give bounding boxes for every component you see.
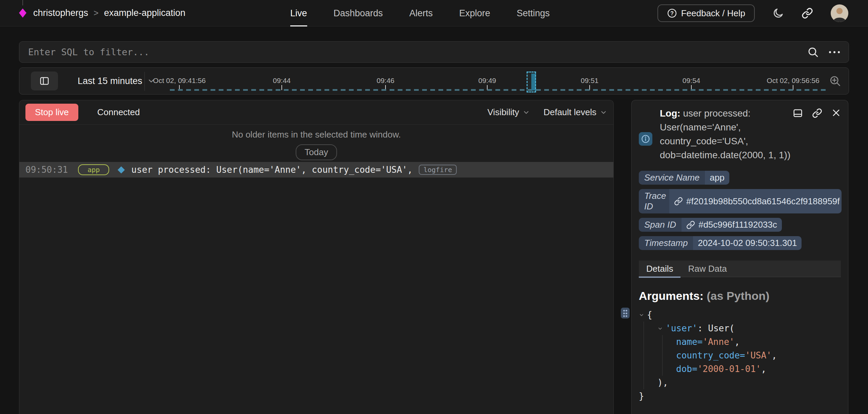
detail-tabs: Details Raw Data — [639, 261, 841, 277]
breadcrumb-separator: > — [94, 8, 99, 18]
timeline-area: Oct 02, 09:41:56 09:44 09:46 09:49 09:51… — [150, 68, 828, 94]
tick-label: 09:49 — [478, 77, 496, 85]
service-badge[interactable]: app — [78, 164, 109, 175]
detail-actions — [793, 108, 841, 118]
live-toolbar: Stop live Connected Visibility Default l… — [19, 100, 613, 125]
dark-mode-toggle[interactable] — [772, 7, 784, 19]
panel-resize-handle[interactable] — [621, 308, 630, 318]
tick-label: 09:54 — [683, 77, 701, 85]
trace-id-value[interactable]: #f2019b98b550cd8a61546c2f9188959f — [686, 196, 840, 207]
tick-label: Oct 02, 09:41:56 — [153, 77, 205, 85]
today-button[interactable]: Today — [296, 144, 337, 160]
brand: christophergs > example-application — [19, 8, 185, 18]
timestamp-chip: Timestamp 2024-10-02 09:50:31.301 — [639, 236, 802, 250]
connection-status: Connected — [97, 107, 140, 118]
link-icon[interactable] — [674, 197, 683, 206]
moon-icon — [772, 7, 784, 19]
panel-bottom-icon — [793, 108, 803, 118]
stop-live-button[interactable]: Stop live — [25, 104, 78, 121]
tab-raw-data[interactable]: Raw Data — [680, 261, 734, 277]
nav-tab-settings[interactable]: Settings — [517, 0, 550, 26]
sidebar-panel-icon — [39, 76, 50, 86]
detail-title: Log: user processed: User(name='Anne', c… — [660, 106, 793, 162]
timeline-selection-region[interactable] — [527, 71, 536, 92]
logfire-tag[interactable]: logfire — [419, 165, 457, 175]
code-line: 'user': User( — [657, 322, 841, 335]
timestamp-value: 2024-10-02 09:50:31.301 — [693, 236, 802, 250]
info-circle-icon — [641, 134, 650, 144]
chip-label: Timestamp — [639, 236, 693, 250]
more-options-icon[interactable] — [829, 51, 840, 53]
collapse-caret-icon[interactable] — [657, 326, 663, 331]
log-message: user processed: User(name='Anne', countr… — [131, 165, 413, 175]
arguments-code-block: { 'user': User( name='Anne', country_cod… — [639, 308, 841, 403]
nav-tab-dashboards[interactable]: Dashboards — [334, 0, 383, 26]
code-line: dob='2000-01-01', — [676, 362, 841, 376]
magnifier-plus-icon — [829, 75, 841, 87]
log-level-diamond-icon — [118, 166, 125, 173]
zoom-in-button[interactable] — [829, 75, 841, 87]
time-range-label: Last 15 minutes — [78, 76, 142, 86]
default-levels-dropdown[interactable]: Default levels — [544, 107, 607, 118]
dot-grid-icon — [623, 309, 628, 317]
trace-id-chip: Trace ID #f2019b98b550cd8a61546c2f918895… — [639, 189, 842, 213]
log-timestamp: 09:50:31 — [25, 165, 68, 175]
link-icon — [802, 7, 813, 19]
logfire-logo-icon[interactable] — [19, 8, 26, 18]
collapse-caret-icon[interactable] — [639, 312, 644, 318]
detail-kind: Log: — [660, 108, 680, 119]
code-line: } — [639, 389, 841, 403]
nav-tab-explore[interactable]: Explore — [459, 0, 490, 26]
visibility-dropdown[interactable]: Visibility — [487, 107, 530, 118]
code-line: name='Anne', — [676, 335, 841, 349]
sql-filter-input[interactable] — [28, 47, 807, 57]
tick-label: 09:46 — [377, 77, 395, 85]
search-icon[interactable] — [807, 46, 819, 58]
chip-value: app — [705, 171, 729, 185]
close-icon — [831, 108, 841, 118]
timeline-bar: Last 15 minutes Oct 02, 09:41:56 09:44 0… — [19, 67, 849, 95]
nav-tab-alerts[interactable]: Alerts — [409, 0, 433, 26]
log-row-selected[interactable]: 09:50:31 app user processed: User(name='… — [19, 162, 613, 178]
logo-stem — [22, 0, 23, 5]
service-name-chip: Service Name app — [639, 171, 729, 185]
code-line: country_code='USA', — [676, 349, 841, 362]
span-id-chip: Span ID #d5c996f11192033c — [639, 218, 782, 232]
breadcrumb-org[interactable]: christophergs — [33, 8, 88, 18]
copy-link-button[interactable] — [812, 108, 822, 118]
avatar-photo — [831, 4, 848, 22]
no-older-items-message: No older items in the selected time wind… — [232, 129, 401, 140]
detail-header: Log: user processed: User(name='Anne', c… — [639, 106, 841, 162]
tab-details[interactable]: Details — [639, 261, 680, 277]
chip-label: Service Name — [639, 171, 705, 185]
timeline-dashed-track — [170, 89, 826, 91]
code-line: { — [639, 308, 841, 322]
close-panel-button[interactable] — [831, 108, 841, 118]
svg-text:?: ? — [670, 11, 674, 16]
chip-label: Span ID — [639, 218, 682, 232]
tick-label: Oct 02, 09:56:56 — [767, 77, 819, 85]
link-icon[interactable] — [686, 221, 695, 229]
info-level-badge — [639, 132, 652, 146]
sql-filter-bar — [19, 41, 849, 63]
user-avatar[interactable] — [831, 4, 848, 22]
timeline-divider — [144, 72, 145, 91]
feedback-help-button[interactable]: ? Feedback / Help — [657, 4, 755, 22]
breadcrumb: christophergs > example-application — [33, 8, 185, 18]
tick-label: 09:44 — [273, 77, 291, 85]
navbar-right: ? Feedback / Help — [657, 0, 848, 26]
tick-label: 09:51 — [581, 77, 599, 85]
sidebar-toggle-button[interactable] — [31, 71, 58, 90]
span-id-value[interactable]: #d5c996f11192033c — [698, 220, 777, 230]
time-range-selector[interactable]: Last 15 minutes — [78, 76, 155, 86]
question-circle-icon: ? — [667, 8, 677, 18]
filter-actions — [807, 46, 840, 58]
main-nav: Live Dashboards Alerts Explore Settings — [290, 0, 550, 26]
code-line: ), — [657, 376, 841, 389]
breadcrumb-project[interactable]: example-application — [104, 8, 185, 18]
share-link-button[interactable] — [802, 7, 813, 19]
arguments-heading: Arguments: (as Python) — [639, 289, 841, 303]
split-view-button[interactable] — [793, 108, 803, 118]
nav-tab-live[interactable]: Live — [290, 0, 307, 26]
empty-zone: No older items in the selected time wind… — [19, 125, 613, 160]
